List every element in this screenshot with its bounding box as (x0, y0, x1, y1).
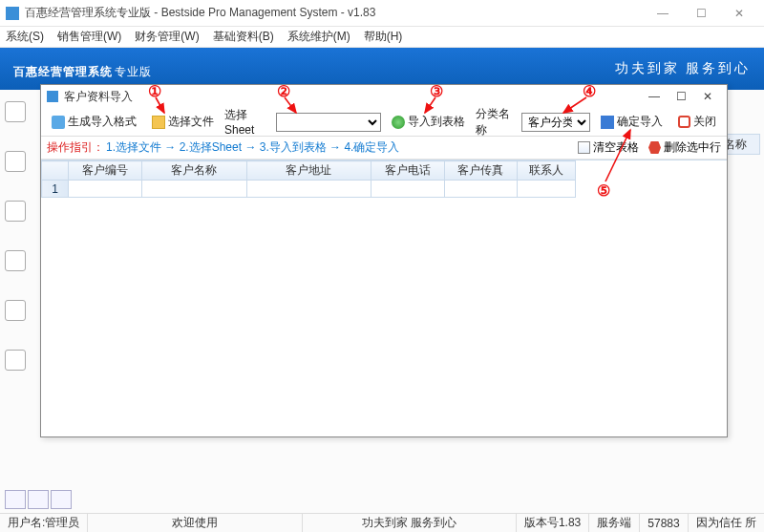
menu-sales[interactable]: 销售管理(W) (57, 29, 121, 45)
guide-bar: 操作指引： 1.选择文件 → 2.选择Sheet → 3.导入到表格 → 4.确… (41, 137, 727, 160)
category-combo[interactable]: 客户分类1 (521, 113, 590, 132)
menu-finance[interactable]: 财务管理(W) (135, 29, 199, 45)
menu-maintain[interactable]: 系统维护(M) (287, 29, 350, 45)
dialog-icon (47, 91, 58, 102)
col-customer-address[interactable]: 客户地址 (246, 161, 371, 181)
folder-icon (152, 116, 165, 129)
import-to-grid-button[interactable]: 导入到表格 (387, 112, 470, 132)
doc-icon (578, 141, 590, 154)
stop-icon (678, 116, 690, 128)
confirm-import-button[interactable]: 确定导入 (596, 112, 668, 132)
dialog-toolbar: 生成导入格式 选择文件 选择Sheet 导入到表格 分类名称 客户分类1 确定导… (41, 108, 727, 137)
guide-steps: 1.选择文件 → 2.选择Sheet → 3.导入到表格 → 4.确定导入 (106, 139, 399, 156)
statusbar: 用户名:管理员 欢迎使用 功夫到家 服务到心 版本号1.83 服务端 57883… (0, 513, 764, 532)
sidebar-btn-5[interactable] (5, 300, 26, 321)
app-icon (6, 7, 19, 20)
bottom-tab-1[interactable] (5, 490, 26, 509)
main-maximize-button[interactable]: ☐ (682, 0, 720, 27)
save-icon (601, 116, 614, 129)
menu-help[interactable]: 帮助(H) (364, 29, 403, 45)
menu-basedata[interactable]: 基础资料(B) (213, 29, 274, 45)
grid-corner (42, 161, 69, 181)
sidebar (5, 101, 35, 371)
sheet-combo[interactable] (276, 113, 381, 132)
status-server: 服务端 (589, 514, 640, 532)
sidebar-btn-6[interactable] (5, 350, 26, 371)
col-customer-no[interactable]: 客户编号 (69, 161, 142, 181)
main-minimize-button[interactable]: — (644, 0, 682, 27)
close-button[interactable]: 关闭 (673, 112, 721, 132)
bottom-tab-2[interactable] (28, 490, 49, 509)
status-trust: 因为信任 所 (689, 514, 764, 532)
sidebar-btn-3[interactable] (5, 201, 26, 222)
dialog-titlebar: 客户资料导入 — ☐ ✕ (41, 85, 727, 108)
delete-icon (648, 141, 661, 154)
main-titlebar: 百惠经营管理系统专业版 - Bestside Pro Management Sy… (0, 0, 764, 27)
choose-sheet-label: 选择Sheet (224, 107, 270, 137)
banner-slogan: 功夫到家 服务到心 (615, 60, 752, 77)
dialog-maximize-button[interactable]: ☐ (668, 87, 694, 106)
gen-format-button[interactable]: 生成导入格式 (47, 112, 141, 132)
dialog-title: 客户资料导入 (64, 89, 133, 105)
status-port: 57883 (640, 514, 688, 532)
guide-label: 操作指引： (47, 139, 104, 156)
import-grid[interactable]: 客户编号 客户名称 客户地址 客户电话 客户传真 联系人 1 (41, 160, 727, 436)
choose-file-button[interactable]: 选择文件 (147, 112, 219, 132)
category-label: 分类名称 (476, 106, 516, 138)
sidebar-btn-2[interactable] (5, 151, 26, 172)
col-customer-phone[interactable]: 客户电话 (371, 161, 444, 181)
status-user: 用户名:管理员 (0, 514, 88, 532)
status-welcome: 欢迎使用 (88, 514, 302, 532)
col-customer-name[interactable]: 客户名称 (141, 161, 246, 181)
dialog-minimize-button[interactable]: — (641, 87, 668, 106)
sidebar-btn-4[interactable] (5, 250, 26, 271)
clear-grid-button[interactable]: 清空表格 (578, 139, 639, 156)
grid-row[interactable]: 1 (42, 181, 576, 198)
sidebar-btn-1[interactable] (5, 101, 26, 122)
grid-header-row: 客户编号 客户名称 客户地址 客户电话 客户传真 联系人 (42, 161, 576, 181)
brand-text: 百惠经营管理系统专业版 (13, 58, 152, 80)
menu-system[interactable]: 系统(S) (6, 29, 44, 45)
status-version: 版本号1.83 (517, 514, 589, 532)
bottom-tabs (5, 490, 72, 509)
menubar: 系统(S) 销售管理(W) 财务管理(W) 基础资料(B) 系统维护(M) 帮助… (0, 27, 764, 48)
status-slogan: 功夫到家 服务到心 (303, 514, 517, 532)
bottom-tab-3[interactable] (51, 490, 72, 509)
dialog-close-button[interactable]: ✕ (694, 87, 721, 106)
import-dialog: 客户资料导入 — ☐ ✕ 生成导入格式 选择文件 选择Sheet 导入到表格 分… (40, 84, 728, 437)
delete-row-button[interactable]: 删除选中行 (648, 139, 721, 156)
row-number: 1 (42, 181, 69, 198)
app-title: 百惠经营管理系统专业版 - Bestside Pro Management Sy… (25, 5, 375, 21)
main-close-button[interactable]: ✕ (720, 0, 758, 27)
gen-icon (52, 116, 65, 129)
import-icon (392, 116, 405, 129)
col-contact[interactable]: 联系人 (518, 161, 576, 181)
col-customer-fax[interactable]: 客户传真 (444, 161, 518, 181)
